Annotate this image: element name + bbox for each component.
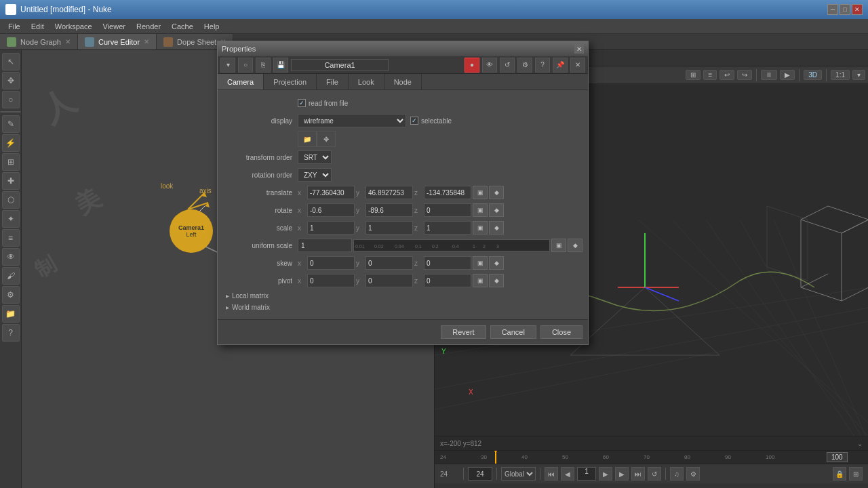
tab-curve-editor[interactable]: Curve Editor ✕: [78, 34, 157, 49]
tool-arrow[interactable]: ↖: [2, 53, 20, 70]
vt-fit-btn[interactable]: ⊞: [686, 70, 701, 80]
read-from-file-checkbox[interactable]: ✓: [298, 99, 306, 107]
vt-redo-btn[interactable]: ↪: [737, 70, 752, 80]
pivot-z[interactable]: [424, 274, 471, 287]
revert-button[interactable]: Revert: [441, 325, 486, 339]
tool-settings[interactable]: ⚙: [2, 286, 20, 304]
rotation-order-select[interactable]: ZXY XYZ YZX ZYX: [298, 168, 332, 182]
rotate-z[interactable]: [424, 203, 471, 217]
props-eye-btn[interactable]: 👁: [482, 58, 497, 73]
tab-look[interactable]: Look: [349, 74, 384, 89]
tool-add[interactable]: ✚: [2, 172, 20, 190]
props-disk-btn[interactable]: 💾: [273, 58, 288, 73]
translate-y[interactable]: [366, 186, 413, 199]
jump-end-btn[interactable]: ⏭: [631, 467, 645, 481]
menu-render[interactable]: Render: [131, 21, 166, 32]
selectable-checkbox[interactable]: ✓: [410, 117, 418, 125]
translate-anim-btn[interactable]: ▣: [473, 186, 488, 199]
vt-zoom-btn[interactable]: 1:1: [831, 70, 850, 80]
translate-x[interactable]: [307, 186, 355, 199]
tool-eye[interactable]: 👁: [2, 248, 20, 266]
global-select[interactable]: Global: [501, 467, 536, 481]
menu-viewer[interactable]: Viewer: [98, 21, 131, 32]
tool-pen[interactable]: ✎: [2, 115, 20, 133]
tool-star[interactable]: ✦: [2, 210, 20, 228]
vt-undo-btn[interactable]: ↩: [719, 70, 734, 80]
pivot-x[interactable]: [307, 274, 355, 287]
step-back-btn[interactable]: ◀: [561, 467, 574, 481]
lock-btn[interactable]: 🔒: [833, 467, 846, 481]
skew-x[interactable]: [307, 256, 355, 270]
tab-node[interactable]: Node: [384, 74, 422, 89]
props-viewer-btn[interactable]: ●: [465, 58, 479, 73]
camera1-node[interactable]: Camera1 Left: [170, 209, 213, 253]
play-fwd-btn[interactable]: ▶: [599, 467, 612, 481]
read-from-file-check[interactable]: ✓ read from file: [298, 99, 348, 107]
skew-key-btn[interactable]: ◆: [489, 256, 504, 270]
scale-z[interactable]: [424, 221, 471, 235]
tab-node-graph-close[interactable]: ✕: [65, 38, 71, 45]
close-button[interactable]: ✕: [852, 4, 863, 15]
tool-help[interactable]: ?: [2, 324, 20, 342]
props-pin-btn[interactable]: 📌: [553, 58, 568, 73]
tool-folder[interactable]: 📁: [2, 305, 20, 323]
tool-circle[interactable]: ○: [2, 91, 20, 108]
vt-3d-btn[interactable]: 3D: [804, 70, 822, 80]
tool-move[interactable]: ✥: [2, 72, 20, 89]
props-arrow-btn[interactable]: ▾: [220, 58, 235, 73]
props-circle-btn[interactable]: ○: [238, 58, 253, 73]
pivot-anim-btn[interactable]: ▣: [473, 274, 488, 287]
props-close-btn[interactable]: ✕: [574, 44, 584, 54]
tab-curve-editor-close[interactable]: ✕: [144, 38, 149, 45]
loop-btn[interactable]: ↺: [648, 467, 661, 481]
tool-brush[interactable]: ⚡: [2, 134, 20, 152]
vt-pause-btn[interactable]: ⏸: [761, 70, 777, 80]
play-fwd2-btn[interactable]: ▶: [615, 467, 629, 481]
props-settings-btn[interactable]: ⚙: [517, 58, 532, 73]
tab-projection[interactable]: Projection: [264, 74, 317, 89]
transform-order-select[interactable]: SRT STR RST RTS TSR TRS: [298, 150, 332, 164]
rotate-x[interactable]: [307, 203, 355, 217]
selectable-check[interactable]: ✓ selectable: [410, 117, 452, 125]
scale-key-btn[interactable]: ◆: [489, 221, 504, 235]
props-help-btn[interactable]: ?: [535, 58, 550, 73]
pivot-y[interactable]: [366, 274, 413, 287]
tool-grid[interactable]: ⊞: [2, 153, 20, 171]
rotate-anim-btn[interactable]: ▣: [473, 203, 488, 217]
current-frame[interactable]: 1: [577, 467, 596, 481]
close-props-button[interactable]: Close: [540, 325, 583, 339]
menu-help[interactable]: Help: [199, 21, 225, 32]
skew-y[interactable]: [366, 256, 413, 270]
scale-x[interactable]: [307, 221, 355, 235]
end-btn[interactable]: ⊞: [849, 467, 863, 481]
uniform-scale-btn1[interactable]: ▣: [551, 239, 566, 252]
tool-lines[interactable]: ≡: [2, 229, 20, 247]
settings-btn[interactable]: ⚙: [686, 467, 700, 481]
vt-zoom-down[interactable]: ▾: [852, 70, 865, 80]
local-matrix-row[interactable]: ▸ Local matrix: [223, 291, 583, 301]
audio-btn[interactable]: ♫: [670, 467, 684, 481]
menu-file[interactable]: File: [3, 21, 26, 32]
menu-workspace[interactable]: Workspace: [50, 21, 98, 32]
viewer-expand-btn[interactable]: ⌄: [857, 440, 863, 447]
props-reset-btn[interactable]: ↺: [500, 58, 515, 73]
translate-key-btn[interactable]: ◆: [489, 186, 504, 199]
skew-z[interactable]: [424, 256, 471, 270]
folder-icon-btn[interactable]: 📁: [298, 131, 317, 147]
tool-paint[interactable]: 🖌: [2, 267, 20, 285]
move-icon-btn[interactable]: ✥: [317, 131, 336, 147]
uniform-scale-value[interactable]: [298, 239, 352, 252]
jump-start-btn[interactable]: ⏮: [545, 467, 558, 481]
translate-z[interactable]: [424, 186, 471, 199]
pivot-key-btn[interactable]: ◆: [489, 274, 504, 287]
tab-node-graph[interactable]: Node Graph ✕: [0, 34, 78, 49]
props-titlebar[interactable]: Properties ✕: [218, 41, 588, 56]
scale-y[interactable]: [366, 221, 413, 235]
menu-edit[interactable]: Edit: [26, 21, 50, 32]
props-node-name[interactable]: [291, 59, 389, 71]
rotate-y[interactable]: [366, 203, 413, 217]
cancel-button[interactable]: Cancel: [490, 325, 536, 339]
uniform-scale-btn2[interactable]: ◆: [568, 239, 583, 252]
tab-file[interactable]: File: [317, 74, 349, 89]
minimize-button[interactable]: ─: [827, 4, 838, 15]
